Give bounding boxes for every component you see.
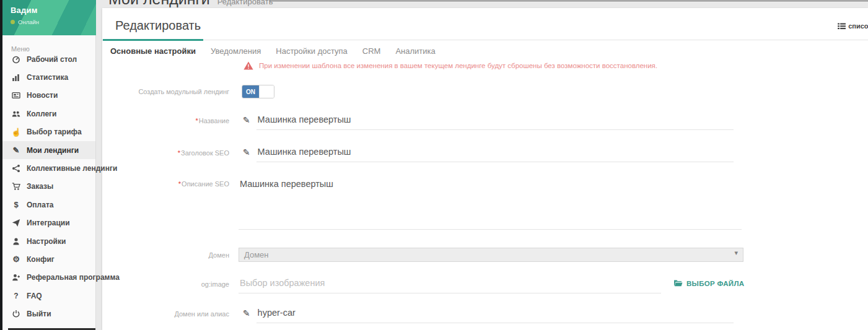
sidebar-item-label: Настройки	[27, 237, 66, 246]
sidebar-item-label: Реферальная программа	[27, 273, 120, 282]
chevron-down-icon: ▾	[734, 249, 738, 257]
form-row-seo-description: *Описание SEO Машинка перевертыш	[102, 178, 868, 230]
dashboard-icon	[11, 55, 21, 64]
folder-icon	[673, 279, 683, 287]
list-view-button[interactable]: список	[838, 22, 868, 30]
field-label: Домен	[102, 248, 229, 259]
sidebar: Вадим Онлайн Меню Рабочий столСтатистика…	[0, 0, 96, 330]
sidebar-item-label: Оплата	[27, 201, 53, 209]
power-icon	[11, 310, 21, 318]
toggle-knob	[259, 85, 274, 98]
sidebar-item-dashboard[interactable]: Рабочий стол	[2, 50, 95, 68]
warning-icon	[243, 61, 253, 70]
top-divider	[270, 1, 868, 1]
field-label: *Название	[102, 115, 229, 124]
form-row-og-image: og:image ВЫБОР ФАЙЛА	[102, 278, 868, 293]
sidebar-item-label: Выбор тарифа	[27, 128, 82, 136]
form-row-domain: Домен Домен ▾	[102, 248, 868, 262]
hand-pointer-icon: ☝	[11, 128, 21, 136]
sidebar-item-label: Интеграции	[27, 219, 70, 227]
pencil-icon: ✎	[243, 147, 252, 162]
sidebar-item-news[interactable]: Новости	[2, 87, 95, 105]
field-label: Домен или алиас	[102, 308, 229, 318]
newspaper-icon	[11, 91, 21, 100]
choose-file-button[interactable]: ВЫБОР ФАЙЛА	[673, 278, 744, 287]
tab-bar: Основные настройкиУведомленияНастройки д…	[102, 40, 868, 61]
modular-landing-toggle[interactable]: ON	[242, 85, 274, 98]
sidebar-item-label: Рабочий стол	[27, 55, 77, 64]
user-icon	[11, 237, 21, 246]
sidebar-item-label: Заказы	[27, 182, 53, 191]
sidebar-menu: Рабочий столСтатистикаНовостиКоллеги☝Выб…	[2, 50, 95, 323]
field-label: *Описание SEO	[102, 178, 229, 188]
toggle-on-label: ON	[242, 85, 259, 98]
field-label: og:image	[102, 278, 229, 288]
sidebar-item-label: Статистика	[27, 73, 68, 82]
user-panel: Вадим Онлайн	[2, 0, 96, 35]
pencil-icon: ✎	[243, 308, 252, 323]
edit-icon: ✎	[11, 146, 21, 154]
cart-icon	[11, 182, 21, 191]
warning-text: При изменении шаблона все изменения в ва…	[259, 62, 657, 69]
sidebar-item-colleagues[interactable]: Коллеги	[2, 105, 95, 123]
form-row-modular-toggle: Создать модульный лендинг ON	[102, 85, 868, 98]
paper-plane-icon	[11, 219, 21, 227]
sidebar-item-tariff-choice[interactable]: ☝Выбор тарифа	[2, 123, 95, 141]
tab-analytics[interactable]: Аналитика	[388, 40, 442, 61]
sidebar-item-integrations[interactable]: Интеграции	[2, 214, 95, 232]
sidebar-item-settings[interactable]: Настройки	[2, 232, 95, 250]
page-title: Мои лендинги	[108, 0, 210, 7]
user-name: Вадим	[11, 6, 96, 15]
sidebar-item-label: Конфиг	[27, 255, 55, 264]
og-image-input[interactable]	[239, 278, 661, 293]
alias-input[interactable]	[256, 308, 734, 323]
app-root: Вадим Онлайн Меню Рабочий столСтатистика…	[0, 0, 868, 330]
online-dot-icon	[11, 20, 15, 24]
share-icon	[11, 164, 21, 173]
breadcrumb: Редактировать	[217, 0, 273, 6]
template-warning: При изменении шаблона все изменения в ва…	[243, 61, 657, 70]
sidebar-item-label: Выйти	[27, 310, 51, 318]
seo-description-textarea[interactable]: Машинка перевертыш	[239, 178, 742, 230]
domain-select-value: Домен	[239, 248, 743, 261]
dollar-icon: $	[11, 201, 21, 209]
sidebar-item-referral-program[interactable]: Реферальная программа	[2, 269, 95, 287]
list-view-label: список	[848, 22, 868, 30]
tab-crm[interactable]: CRM	[355, 40, 388, 61]
sidebar-item-label: Новости	[27, 91, 58, 100]
user-plus-icon	[11, 273, 21, 282]
sidebar-item-label: Коллективные лендинги	[27, 164, 117, 173]
form-row-name: *Название ✎	[102, 115, 868, 130]
window-edge	[0, 0, 2, 330]
name-input[interactable]	[256, 115, 734, 130]
field-label: *Заголовок SEO	[102, 147, 229, 157]
sidebar-item-config[interactable]: ⚙Конфиг	[2, 250, 95, 268]
sidebar-item-label: Коллеги	[27, 110, 57, 118]
edit-card: Редактировать список Основные настройкиУ…	[102, 8, 868, 330]
form-row-alias: Домен или алиас ✎	[102, 308, 868, 323]
sidebar-item-payment[interactable]: $Оплата	[2, 196, 95, 214]
sidebar-item-label: FAQ	[27, 292, 42, 300]
list-icon	[838, 23, 846, 30]
field-label: Создать модульный лендинг	[102, 85, 229, 95]
sidebar-item-my-landings[interactable]: ✎Мои лендинги	[2, 141, 95, 159]
sidebar-item-statistics[interactable]: Статистика	[2, 68, 95, 86]
sidebar-item-logout[interactable]: Выйти	[2, 305, 95, 323]
bar-chart-icon	[11, 73, 21, 82]
gears-icon: ⚙	[11, 255, 21, 263]
seo-title-input[interactable]	[256, 147, 734, 162]
tab-notifications[interactable]: Уведомления	[203, 40, 268, 61]
choose-file-label: ВЫБОР ФАЙЛА	[686, 280, 744, 287]
card-title: Редактировать	[115, 19, 201, 33]
tab-access-settings[interactable]: Настройки доступа	[268, 40, 355, 61]
form-row-seo-title: *Заголовок SEO ✎	[102, 147, 868, 162]
question-icon: ?	[11, 292, 21, 300]
tab-main-settings[interactable]: Основные настройки	[103, 40, 203, 61]
sidebar-item-orders[interactable]: Заказы	[2, 178, 95, 196]
sidebar-item-label: Мои лендинги	[27, 146, 79, 155]
pencil-icon: ✎	[243, 115, 252, 130]
user-status-label: Онлайн	[18, 19, 39, 25]
domain-select[interactable]: Домен ▾	[239, 248, 743, 262]
sidebar-item-collective-landings[interactable]: Коллективные лендинги	[2, 159, 95, 177]
sidebar-item-faq[interactable]: ?FAQ	[2, 287, 95, 305]
